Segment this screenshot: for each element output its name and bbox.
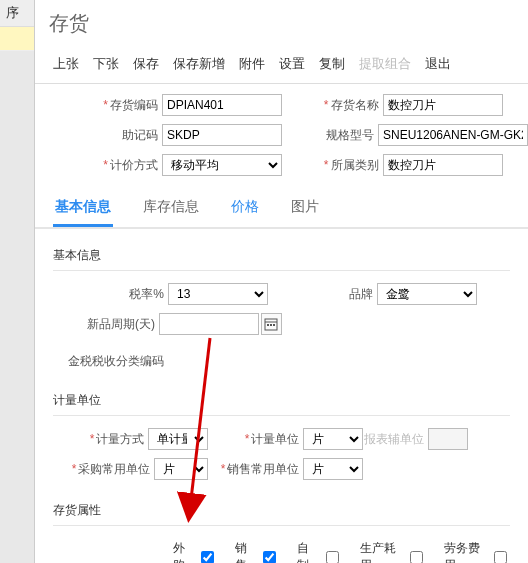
unitmethod-select[interactable]: 单计量 <box>148 428 208 450</box>
name-label: 存货名称 <box>331 98 379 112</box>
tabs: 基本信息 库存信息 价格 图片 <box>35 182 528 229</box>
toolbar-save[interactable]: 保存 <box>133 55 159 73</box>
chk-consume[interactable] <box>410 551 423 564</box>
toolbar-copy[interactable]: 复制 <box>319 55 345 73</box>
calendar-icon[interactable] <box>261 313 281 335</box>
toolbar-attach[interactable]: 附件 <box>239 55 265 73</box>
tab-price[interactable]: 价格 <box>229 192 261 227</box>
chk-outsource[interactable] <box>201 551 214 564</box>
page-title: 存货 <box>35 0 528 55</box>
section-basic: 基本信息 税率% 13 品牌 金鹭 新品周期(天) <box>53 243 510 374</box>
chk-labor[interactable] <box>494 551 507 564</box>
unit-label: 计量单位 <box>251 432 299 446</box>
toolbar-prev[interactable]: 上张 <box>53 55 79 73</box>
header-form: *存货编码 *存货名称 助记码 规格型号 *计价方式 移动平均 <box>35 84 528 182</box>
category-input[interactable] <box>383 154 503 176</box>
reportaux-input <box>428 428 468 450</box>
leftcol-header: 序 <box>0 0 34 27</box>
brand-label: 品牌 <box>349 287 373 301</box>
buyunit-select[interactable]: 片 <box>154 458 208 480</box>
chk-consume-wrap[interactable]: 生产耗用 <box>360 540 426 563</box>
unit-select[interactable]: 片 <box>303 428 363 450</box>
code-label: 存货编码 <box>110 98 158 112</box>
leftcol-row[interactable] <box>0 27 34 51</box>
mnemonic-label: 助记码 <box>122 128 158 142</box>
tab-basic[interactable]: 基本信息 <box>53 192 113 227</box>
pricemethod-label: 计价方式 <box>110 158 158 172</box>
tab-image[interactable]: 图片 <box>289 192 321 227</box>
tax-label: 税率% <box>129 287 164 301</box>
category-label: 所属类别 <box>331 158 379 172</box>
toolbar-extract: 提取组合 <box>359 55 411 73</box>
chk-self[interactable] <box>326 551 339 564</box>
reportaux-label: 报表辅单位 <box>364 431 424 448</box>
toolbar: 上张 下张 保存 保存新增 附件 设置 复制 提取组合 退出 <box>35 55 528 84</box>
sellunit-label: 销售常用单位 <box>227 462 299 476</box>
toolbar-exit[interactable]: 退出 <box>425 55 451 73</box>
svg-rect-3 <box>270 324 272 326</box>
chk-labor-wrap[interactable]: 劳务费用 <box>444 540 510 563</box>
tax-select[interactable]: 13 <box>168 283 268 305</box>
chk-outsource-wrap[interactable]: 外购 <box>173 540 217 563</box>
sellunit-select[interactable]: 片 <box>303 458 363 480</box>
spec-label: 规格型号 <box>326 128 374 142</box>
section-unit: 计量单位 *计量方式 单计量 *计量单位 片 报表辅单位 <box>53 388 510 484</box>
chk-sale-wrap[interactable]: 销售 <box>235 540 279 563</box>
brand-select[interactable]: 金鹭 <box>377 283 477 305</box>
mnemonic-input[interactable] <box>162 124 282 146</box>
pricemethod-select[interactable]: 移动平均 <box>162 154 282 176</box>
section-attr-title: 存货属性 <box>53 498 510 526</box>
svg-rect-2 <box>267 324 269 326</box>
main: 存货 上张 下张 保存 保存新增 附件 设置 复制 提取组合 退出 *存货编码 … <box>35 0 528 563</box>
unitmethod-label: 计量方式 <box>96 432 144 446</box>
newcycle-label: 新品周期(天) <box>87 317 155 331</box>
chk-self-wrap[interactable]: 自制 <box>297 540 341 563</box>
newcycle-input[interactable] <box>159 313 259 335</box>
toolbar-next[interactable]: 下张 <box>93 55 119 73</box>
svg-rect-4 <box>273 324 275 326</box>
left-column: 序 <box>0 0 35 563</box>
name-input[interactable] <box>383 94 503 116</box>
code-input[interactable] <box>162 94 282 116</box>
spec-input[interactable] <box>378 124 528 146</box>
goldtax-label: 金税税收分类编码 <box>68 354 164 368</box>
section-basic-title: 基本信息 <box>53 243 510 271</box>
section-unit-title: 计量单位 <box>53 388 510 416</box>
toolbar-settings[interactable]: 设置 <box>279 55 305 73</box>
tab-stock[interactable]: 库存信息 <box>141 192 201 227</box>
buyunit-label: 采购常用单位 <box>78 462 150 476</box>
chk-sale[interactable] <box>263 551 276 564</box>
section-attr: 存货属性 外购 销售 自制 生产耗用 劳务费用 <box>53 498 510 563</box>
toolbar-save-new[interactable]: 保存新增 <box>173 55 225 73</box>
